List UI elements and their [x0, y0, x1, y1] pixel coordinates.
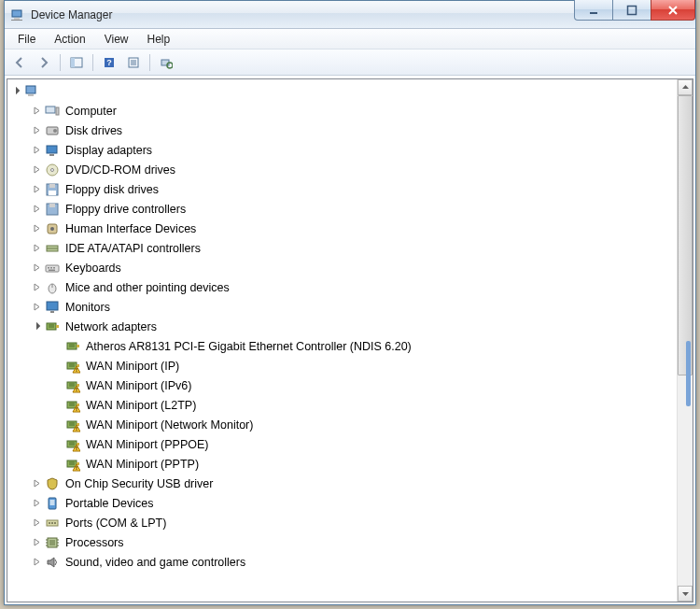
- menu-file[interactable]: File: [8, 31, 45, 48]
- tree-device[interactable]: !WAN Miniport (Network Monitor): [9, 415, 691, 434]
- tree-category[interactable]: Human Interface Devices: [9, 219, 691, 238]
- svg-rect-88: [49, 540, 55, 545]
- tree-category[interactable]: Keyboards: [9, 258, 691, 277]
- tree-category[interactable]: DVD/CD-ROM drives: [9, 160, 691, 179]
- collapse-icon[interactable]: [30, 320, 43, 333]
- tree-device[interactable]: !WAN Miniport (PPTP): [9, 454, 691, 474]
- expand-icon[interactable]: [30, 105, 43, 118]
- category-label: Network adapters: [63, 318, 159, 336]
- svg-text:!: !: [76, 465, 77, 471]
- expand-icon[interactable]: [30, 183, 43, 196]
- mouse-icon: [45, 280, 60, 295]
- nic-icon-warning: !: [65, 457, 80, 472]
- tree-category[interactable]: Processors: [9, 532, 691, 552]
- svg-point-31: [50, 227, 54, 231]
- forward-button[interactable]: [33, 52, 55, 73]
- tree-device[interactable]: !WAN Miniport (IPv6): [9, 375, 691, 395]
- tree-category[interactable]: Network adapters: [9, 317, 691, 336]
- tree-category[interactable]: Monitors: [9, 297, 691, 317]
- scrollbar-thumb[interactable]: [678, 95, 693, 375]
- category-label: Sound, video and game controllers: [63, 553, 247, 572]
- help-button[interactable]: ?: [98, 52, 120, 73]
- menu-action[interactable]: Action: [45, 31, 94, 48]
- expand-icon[interactable]: [30, 163, 43, 177]
- content-area: ComputerDisk drivesDisplay adaptersDVD/C…: [5, 76, 695, 604]
- tree-category[interactable]: Ports (COM & LPT): [9, 513, 691, 532]
- tree-device[interactable]: !WAN Miniport (L2TP): [9, 395, 691, 415]
- scan-hardware-button[interactable]: [155, 52, 177, 73]
- tree-category[interactable]: Floppy disk drives: [9, 179, 691, 199]
- tree-category[interactable]: Portable Devices: [9, 493, 691, 513]
- expander-placeholder: [50, 360, 63, 373]
- svg-point-85: [51, 522, 53, 524]
- portable-icon: [45, 496, 60, 511]
- expand-icon[interactable]: [30, 517, 43, 530]
- menu-help[interactable]: Help: [138, 31, 180, 48]
- svg-rect-17: [46, 106, 55, 113]
- dvd-icon: [45, 163, 60, 177]
- category-label: DVD/CD-ROM drives: [63, 161, 177, 179]
- tree-device[interactable]: !WAN Miniport (PPPOE): [9, 434, 691, 454]
- svg-text:!: !: [76, 406, 77, 412]
- expander-placeholder: [50, 438, 63, 451]
- category-label: IDE ATA/ATAPI controllers: [63, 239, 203, 258]
- tree-category[interactable]: IDE ATA/ATAPI controllers: [9, 238, 691, 258]
- expand-icon[interactable]: [30, 222, 43, 235]
- expand-icon[interactable]: [30, 203, 43, 216]
- tree-category[interactable]: Display adapters: [9, 140, 691, 160]
- expander-icon[interactable]: [9, 85, 22, 98]
- nic-icon-warning: !: [65, 437, 80, 452]
- category-label: Floppy disk drives: [63, 180, 161, 199]
- device-tree[interactable]: ComputerDisk drivesDisplay adaptersDVD/C…: [7, 79, 693, 574]
- category-label: Human Interface Devices: [63, 220, 198, 238]
- expand-icon[interactable]: [30, 124, 43, 137]
- category-label: On Chip Security USB driver: [63, 474, 215, 493]
- properties-button[interactable]: [122, 52, 145, 73]
- tree-category[interactable]: Floppy drive controllers: [9, 199, 691, 219]
- device-label: Atheros AR8131 PCI-E Gigabit Ethernet Co…: [84, 337, 413, 356]
- show-hide-tree-button[interactable]: [65, 52, 88, 73]
- expand-icon[interactable]: [30, 281, 43, 294]
- category-label: Portable Devices: [63, 494, 156, 513]
- scroll-up-button[interactable]: [678, 79, 693, 95]
- svg-rect-35: [48, 267, 49, 269]
- window-title: Device Manager: [31, 8, 112, 21]
- svg-rect-22: [49, 154, 54, 156]
- tree-category[interactable]: Computer: [9, 101, 691, 120]
- tree-category[interactable]: Mice and other pointing devices: [9, 277, 691, 297]
- tree-category[interactable]: Disk drives: [9, 120, 691, 140]
- expand-icon[interactable]: [30, 301, 43, 314]
- svg-rect-6: [71, 58, 75, 67]
- minimize-button[interactable]: [574, 0, 613, 21]
- expand-icon[interactable]: [30, 536, 43, 549]
- svg-point-24: [51, 168, 54, 171]
- category-label: Monitors: [63, 298, 112, 317]
- expand-icon[interactable]: [30, 242, 43, 255]
- svg-rect-2: [11, 20, 22, 21]
- ide-icon: [45, 241, 60, 256]
- svg-rect-48: [77, 345, 79, 347]
- tree-device[interactable]: !WAN Miniport (IP): [9, 356, 691, 375]
- device-label: WAN Miniport (IPv6): [84, 376, 193, 395]
- expand-icon[interactable]: [30, 556, 43, 569]
- close-button[interactable]: [651, 0, 695, 21]
- toolbar-separator: [149, 54, 150, 71]
- expand-icon[interactable]: [30, 144, 43, 157]
- window-controls: [575, 0, 695, 21]
- toolbar-separator: [60, 54, 61, 71]
- titlebar[interactable]: Device Manager: [5, 1, 695, 29]
- category-label: Disk drives: [63, 121, 124, 140]
- expand-icon[interactable]: [30, 497, 43, 510]
- monitor-icon: [45, 300, 60, 315]
- menu-view[interactable]: View: [95, 31, 138, 48]
- tree-device[interactable]: Atheros AR8131 PCI-E Gigabit Ethernet Co…: [9, 336, 691, 356]
- tree-category[interactable]: On Chip Security USB driver: [9, 474, 691, 493]
- back-button[interactable]: [8, 52, 31, 73]
- vertical-scrollbar[interactable]: [677, 79, 693, 602]
- expand-icon[interactable]: [30, 477, 43, 490]
- expand-icon[interactable]: [30, 262, 43, 275]
- scroll-down-button[interactable]: [678, 586, 693, 602]
- tree-category[interactable]: Sound, video and game controllers: [9, 552, 691, 572]
- maximize-button[interactable]: [612, 0, 651, 21]
- tree-root[interactable]: [9, 81, 691, 101]
